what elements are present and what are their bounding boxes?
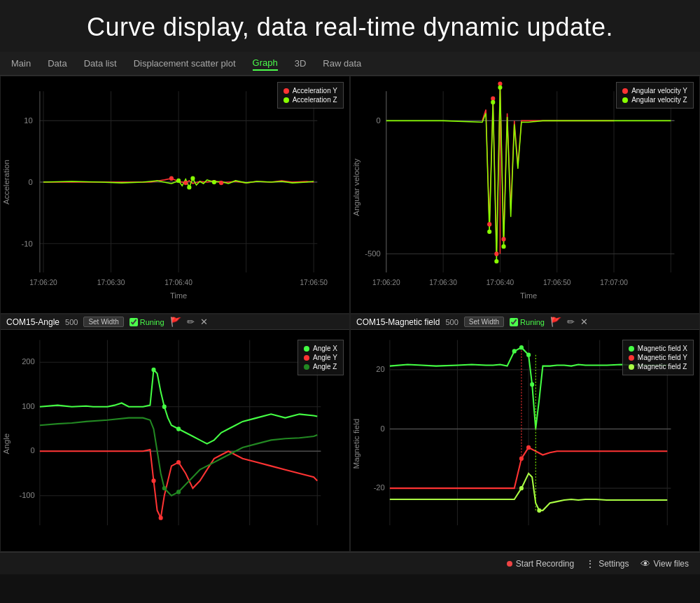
angle-z-dot [304,364,309,370]
svg-point-20 [176,179,181,183]
svg-point-25 [183,181,188,185]
magnetic-close-icon[interactable]: ✕ [580,317,588,327]
magnetic-chart-count: 500 [445,318,458,326]
svg-text:0: 0 [376,116,380,124]
svg-text:17:06:20: 17:06:20 [372,279,400,286]
svg-text:Magnetic field: Magnetic field [352,419,360,469]
svg-point-24 [169,176,174,181]
svg-point-48 [487,222,491,226]
svg-point-56 [498,85,502,90]
legend-accel-y: Acceleration Y [284,87,337,95]
svg-text:Angle: Angle [2,434,10,455]
svg-text:Time: Time [520,291,537,300]
legend-angle-z-label: Angle Z [313,363,337,370]
page-header: Curve display, data real-time dynamic up… [0,0,700,52]
angle-close-icon[interactable]: ✕ [200,317,208,327]
svg-point-79 [176,460,181,464]
svg-text:Time: Time [170,291,187,300]
chart-acceleration: Acceleration Y Acceleration Z 10 0 -10 [0,76,350,314]
mag-y-dot [629,355,634,361]
av-y-dot [622,88,628,94]
svg-text:0: 0 [29,178,33,186]
svg-point-77 [151,478,155,483]
svg-text:-100: -100 [19,491,34,499]
legend-av-y: Angular velocity Y [622,87,687,95]
svg-point-54 [491,100,495,104]
legend-accel-z-label: Acceleration Z [293,96,337,104]
angle-edit-icon[interactable]: ✏ [187,317,195,327]
svg-point-100 [526,353,531,357]
angle-running-checkbox-wrapper[interactable]: Runing [130,318,164,326]
magnetic-flag-icon[interactable]: 🚩 [550,317,561,327]
view-files-eye-icon: 👁 [640,558,650,569]
legend-angle-y: Angle Y [304,354,337,361]
angle-flag-icon[interactable]: 🚩 [170,317,181,327]
svg-text:-20: -20 [374,483,385,492]
chart-magnetic-field: COM15-Magnetic field 500 Set Width Runin… [350,314,700,552]
angle-chart-title: COM15-Angle [6,317,59,327]
angle-chart-header: COM15-Angle 500 Set Width Runing 🚩 ✏ ✕ [1,314,349,330]
nav-raw-data[interactable]: Raw data [323,57,361,70]
magnetic-set-width-btn[interactable]: Set Width [464,317,504,327]
legend-mag-z-label: Magnetic field Z [638,363,687,370]
svg-point-102 [519,457,524,461]
svg-point-53 [487,230,491,234]
view-files-label: View files [654,559,689,569]
recording-dot [507,561,512,567]
start-recording-btn[interactable]: Start Recording [507,559,574,569]
nav-graph[interactable]: Graph [253,56,278,71]
svg-point-103 [526,445,531,450]
angular-velocity-svg: 0 -500 17:06:20 17:06:30 17:06:40 17:06:… [351,76,699,313]
svg-point-80 [162,486,167,490]
nav-data[interactable]: Data [48,57,66,70]
svg-point-21 [187,185,191,189]
chart-angle: COM15-Angle 500 Set Width Runing 🚩 ✏ ✕ A… [0,314,350,552]
settings-label: Settings [598,559,629,569]
svg-point-101 [530,382,534,387]
magnetic-running-checkbox-wrapper[interactable]: Runing [510,318,545,326]
legend-angle-x: Angle X [304,345,337,352]
view-files-btn[interactable]: 👁 View files [640,558,689,569]
angle-running-label: Runing [140,318,164,326]
legend-mag-y: Magnetic field Y [629,354,687,361]
nav-displacement[interactable]: Displacement scatter plot [134,57,236,70]
angle-running-checkbox[interactable] [130,318,138,326]
magnetic-edit-icon[interactable]: ✏ [567,317,575,327]
svg-text:17:06:50: 17:06:50 [543,279,571,286]
nav-main[interactable]: Main [11,57,31,70]
settings-btn[interactable]: ⋮ Settings [585,558,629,569]
svg-point-57 [501,244,505,249]
svg-point-74 [151,368,155,372]
av-z-dot [622,97,628,103]
svg-text:10: 10 [24,116,32,124]
svg-point-99 [519,345,524,349]
svg-text:17:06:20: 17:06:20 [29,279,57,286]
magnetic-legend: Magnetic field X Magnetic field Y Magnet… [622,340,694,375]
svg-text:200: 200 [22,357,35,366]
svg-text:17:06:30: 17:06:30 [429,279,457,286]
legend-av-y-label: Angular velocity Y [631,87,687,95]
nav-3d[interactable]: 3D [295,57,307,70]
legend-av-z: Angular velocity Z [622,96,687,104]
magnetic-running-checkbox[interactable] [510,318,518,326]
mag-z-dot [629,364,634,370]
magnetic-chart-header: COM15-Magnetic field 500 Set Width Runin… [351,314,699,330]
svg-point-22 [190,176,195,181]
legend-accel-y-label: Acceleration Y [293,87,337,95]
svg-point-98 [512,349,517,353]
angle-set-width-btn[interactable]: Set Width [83,317,123,327]
status-bar: Start Recording ⋮ Settings 👁 View files [0,552,700,574]
legend-angle-x-label: Angle X [313,345,337,352]
accel-y-dot [284,88,289,94]
nav-data-list[interactable]: Data list [84,57,117,70]
svg-point-78 [159,515,163,520]
svg-text:Acceleration: Acceleration [2,160,10,205]
accel-z-dot [284,97,289,103]
legend-mag-z: Magnetic field Z [629,363,687,370]
magnetic-chart-title: COM15-Magnetic field [356,317,440,327]
start-recording-label: Start Recording [516,559,574,569]
angle-y-dot [304,355,309,361]
svg-text:-500: -500 [365,249,380,257]
angle-legend: Angle X Angle Y Angle Z [298,340,344,375]
svg-rect-0 [1,76,349,313]
